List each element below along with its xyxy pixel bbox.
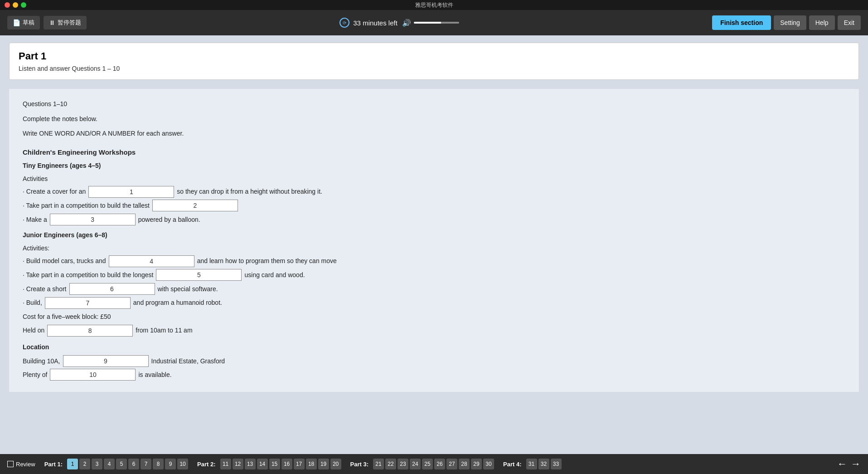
held-on-item: Held on from 10am to 11 am (23, 324, 845, 337)
main-section-title: Children's Engineering Workshops (23, 146, 845, 159)
plenty-suffix: is available. (138, 369, 171, 381)
review-check[interactable]: Review (7, 461, 35, 468)
minimize-button[interactable] (13, 2, 18, 8)
answer-input-7[interactable] (45, 297, 131, 309)
item3-suffix: powered by a balloon. (138, 214, 200, 226)
app-title: 雅思哥机考软件 (415, 1, 453, 9)
nav-num-3[interactable]: 3 (92, 459, 102, 469)
item4-suffix: and learn how to program them so they ca… (197, 255, 337, 267)
plenty-item: Plenty of is available. (23, 369, 845, 381)
nav-num-21[interactable]: 21 (373, 459, 384, 469)
nav-num-7[interactable]: 7 (141, 459, 151, 469)
item3-prefix: · Make a (23, 214, 47, 226)
item1-prefix: · Create a cover for an (23, 186, 86, 198)
item5-prefix: · Take part in a competition to build th… (23, 269, 153, 281)
part3-nav-label: Part 3: (350, 461, 369, 468)
nav-num-24[interactable]: 24 (410, 459, 421, 469)
nav-num-15[interactable]: 15 (269, 459, 280, 469)
timer-area: ⟳ 33 minutes left (339, 18, 398, 28)
answer-input-8[interactable] (47, 325, 133, 337)
maximize-button[interactable] (21, 2, 26, 8)
nav-num-1[interactable]: 1 (67, 459, 78, 469)
list-item: · Build, and program a humanoid robot. (23, 297, 845, 309)
finish-section-button[interactable]: Finish section (712, 15, 771, 30)
nav-num-5[interactable]: 5 (116, 459, 127, 469)
location-suffix: Industrial Estate, Grasford (151, 355, 225, 367)
next-arrow[interactable]: → (851, 458, 861, 470)
answer-input-2[interactable] (152, 200, 238, 211)
answer-input-4[interactable] (109, 255, 194, 267)
nav-num-33[interactable]: 33 (551, 459, 562, 469)
item6-prefix: · Create a short (23, 283, 67, 295)
nav-num-26[interactable]: 26 (434, 459, 445, 469)
nav-num-16[interactable]: 16 (281, 459, 292, 469)
nav-num-8[interactable]: 8 (153, 459, 164, 469)
answer-input-10[interactable] (50, 369, 136, 381)
nav-num-32[interactable]: 32 (538, 459, 549, 469)
answer-input-1[interactable] (88, 186, 174, 198)
item7-prefix: · Build, (23, 297, 42, 309)
answer-input-9[interactable] (63, 355, 149, 367)
volume-slider[interactable] (414, 22, 459, 24)
part1-nav-label: Part 1: (44, 461, 63, 468)
part2-nav-label: Part 2: (197, 461, 215, 468)
building-prefix: Building 10A, (23, 355, 60, 367)
nav-num-10[interactable]: 10 (177, 459, 188, 469)
nav-num-9[interactable]: 9 (165, 459, 176, 469)
volume-icon: 🔊 (402, 19, 411, 27)
location-title: Location (23, 341, 845, 353)
nav-num-30[interactable]: 30 (483, 459, 494, 469)
nav-num-31[interactable]: 31 (526, 459, 537, 469)
exit-button[interactable]: Exit (838, 15, 861, 30)
held-on-prefix: Held on (23, 324, 44, 337)
answer-input-3[interactable] (50, 214, 136, 225)
draft-button[interactable]: 📄 草稿 (7, 16, 40, 29)
answer-input-6[interactable] (69, 283, 155, 295)
nav-num-17[interactable]: 17 (294, 459, 305, 469)
item1-suffix: so they can drop it from a height withou… (177, 186, 322, 198)
nav-num-2[interactable]: 2 (79, 459, 90, 469)
section2-title: Junior Engineers (ages 6–8) (23, 229, 845, 241)
nav-arrows: ← → (837, 458, 861, 470)
prev-arrow[interactable]: ← (837, 458, 847, 470)
list-item: · Build model cars, trucks and and learn… (23, 255, 845, 267)
bottom-nav: Review Part 1: 1 2 3 4 5 6 7 8 9 10 Part… (0, 454, 868, 474)
nav-num-13[interactable]: 13 (245, 459, 256, 469)
nav-num-29[interactable]: 29 (471, 459, 482, 469)
nav-num-27[interactable]: 27 (446, 459, 457, 469)
draft-icon: 📄 (13, 19, 20, 26)
help-button[interactable]: Help (809, 15, 835, 30)
part2-nav-nums: 11 12 13 14 15 16 17 18 19 20 (220, 459, 341, 469)
review-checkbox[interactable] (7, 461, 14, 467)
nav-num-4[interactable]: 4 (104, 459, 115, 469)
item2-prefix: · Take part in a competition to build th… (23, 200, 150, 212)
held-on-suffix: from 10am to 11 am (136, 324, 192, 337)
building-item: Building 10A, Industrial Estate, Grasfor… (23, 355, 845, 367)
nav-num-6[interactable]: 6 (128, 459, 139, 469)
part3-nav-nums: 21 22 23 24 25 26 27 28 29 30 (373, 459, 494, 469)
timer-text: 33 minutes left (353, 19, 398, 27)
pause-button[interactable]: ⏸ 暂停答题 (44, 16, 87, 29)
nav-num-23[interactable]: 23 (398, 459, 408, 469)
nav-num-20[interactable]: 20 (330, 459, 341, 469)
nav-num-11[interactable]: 11 (220, 459, 231, 469)
toolbar-center: ⟳ 33 minutes left 🔊 (90, 18, 708, 28)
toolbar: 📄 草稿 ⏸ 暂停答题 ⟳ 33 minutes left 🔊 Finish s… (0, 10, 868, 35)
setting-button[interactable]: Setting (774, 15, 806, 30)
review-label: Review (16, 461, 35, 468)
nav-num-19[interactable]: 19 (318, 459, 329, 469)
part4-nav-label: Part 4: (503, 461, 521, 468)
nav-num-12[interactable]: 12 (233, 459, 243, 469)
nav-num-18[interactable]: 18 (306, 459, 317, 469)
list-item: · Make a powered by a balloon. (23, 214, 845, 226)
nav-num-28[interactable]: 28 (459, 459, 470, 469)
nav-num-22[interactable]: 22 (385, 459, 396, 469)
item6-suffix: with special software. (158, 283, 218, 295)
answer-input-5[interactable] (156, 269, 242, 281)
nav-num-14[interactable]: 14 (257, 459, 268, 469)
item5-suffix: using card and wood. (244, 269, 305, 281)
pause-icon: ⏸ (49, 19, 55, 26)
close-button[interactable] (5, 2, 10, 8)
timer-icon: ⟳ (339, 18, 349, 28)
nav-num-25[interactable]: 25 (422, 459, 433, 469)
